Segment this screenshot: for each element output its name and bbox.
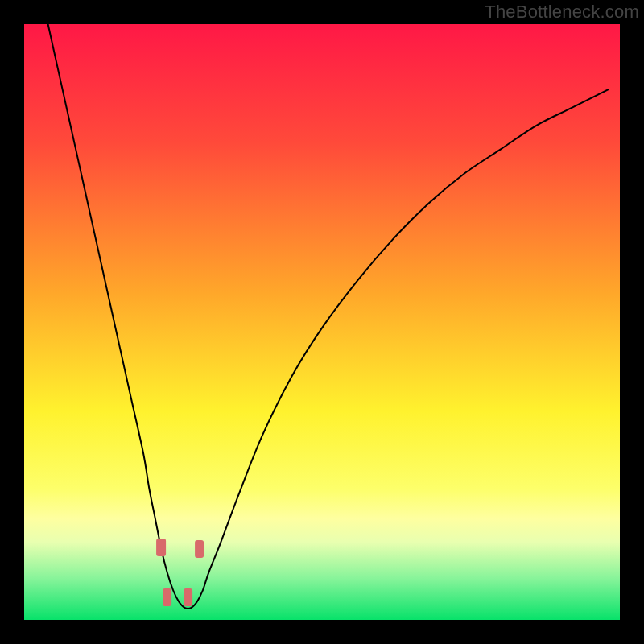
- data-marker: [163, 588, 172, 606]
- plot-area: [24, 24, 620, 620]
- data-marker: [184, 588, 193, 606]
- data-marker: [195, 540, 204, 558]
- watermark-text: TheBottleneck.com: [485, 2, 639, 23]
- bottleneck-curve: [24, 24, 620, 620]
- data-marker: [156, 539, 166, 556]
- chart-frame: TheBottleneck.com: [0, 0, 644, 644]
